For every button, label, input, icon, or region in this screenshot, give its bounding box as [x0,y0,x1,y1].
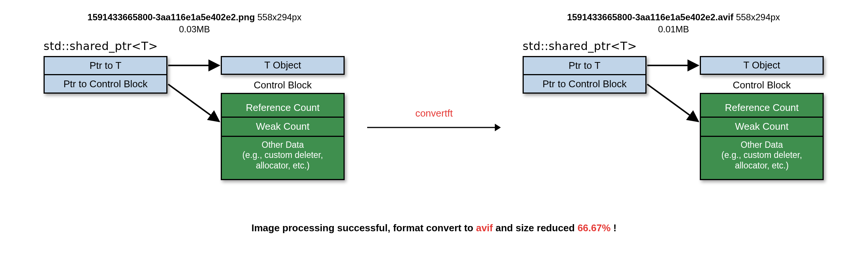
other-data-line2: (e.g., custom deleter, [722,150,802,160]
result-mid: and size reduced [493,222,577,234]
result-filesize: 0.01MB [567,23,780,35]
convert-column: convertft [363,35,505,204]
other-data-cell: Other Data (e.g., custom deleter, alloca… [222,137,344,174]
other-data-line2: (e.g., custom deleter, [243,150,323,160]
ptr-to-t-cell: Ptr to T [524,57,645,76]
ptr-to-ctrl-cell: Ptr to Control Block [524,75,645,93]
type-header: std::shared_ptr<T> [523,39,637,53]
result-caption: 1591433665800-3aa116e1a5e402e2.avif 558x… [567,11,780,36]
source-filename: 1591433665800-3aa116e1a5e402e2.png [87,12,255,22]
result-prefix: Image processing successful, format conv… [252,222,476,234]
control-block-label: Control Block [221,79,345,91]
ref-count-cell: Reference Count [701,99,823,118]
result-message: Image processing successful, format conv… [252,222,616,234]
convert-label: convertft [415,108,453,119]
result-image-panel: 1591433665800-3aa116e1a5e402e2.avif 558x… [516,11,831,207]
source-caption: 1591433665800-3aa116e1a5e402e2.png 558x2… [87,11,301,36]
source-filesize: 0.03MB [87,23,301,35]
ptr-to-ctrl-cell: Ptr to Control Block [45,75,166,93]
control-block-box: Reference Count Weak Count Other Data (e… [700,93,824,180]
other-data-line1: Other Data [741,140,783,150]
arrow-right-icon [366,123,502,132]
other-data-cell: Other Data (e.g., custom deleter, alloca… [701,137,823,174]
result-filename: 1591433665800-3aa116e1a5e402e2.avif [567,12,733,22]
source-dimensions: 558x294px [257,12,301,22]
result-diagram: std::shared_ptr<T> Ptr to T Ptr to Contr… [516,38,831,207]
other-data-line1: Other Data [262,140,304,150]
type-header: std::shared_ptr<T> [44,39,158,53]
result-dimensions: 558x294px [736,12,780,22]
ptr-to-t-cell: Ptr to T [45,57,166,76]
source-diagram: std::shared_ptr<T> Ptr to T Ptr to Contr… [37,38,352,207]
other-data-line3: allocator, etc.) [256,161,309,170]
weak-count-cell: Weak Count [222,118,344,137]
other-data-line3: allocator, etc.) [735,161,788,170]
result-suffix: ! [610,222,616,234]
svg-line-1 [168,84,219,121]
t-object-box: T Object [221,56,345,75]
shared-ptr-box: Ptr to T Ptr to Control Block [44,56,167,94]
t-object-box: T Object [700,56,824,75]
svg-line-4 [647,84,698,121]
weak-count-cell: Weak Count [701,118,823,137]
source-image-panel: 1591433665800-3aa116e1a5e402e2.png 558x2… [37,11,352,207]
shared-ptr-box: Ptr to T Ptr to Control Block [523,56,646,94]
control-block-box: Reference Count Weak Count Other Data (e… [221,93,345,180]
result-pct: 66.67% [577,222,610,234]
control-block-label: Control Block [700,79,824,91]
result-format: avif [476,222,493,234]
ref-count-cell: Reference Count [222,99,344,118]
